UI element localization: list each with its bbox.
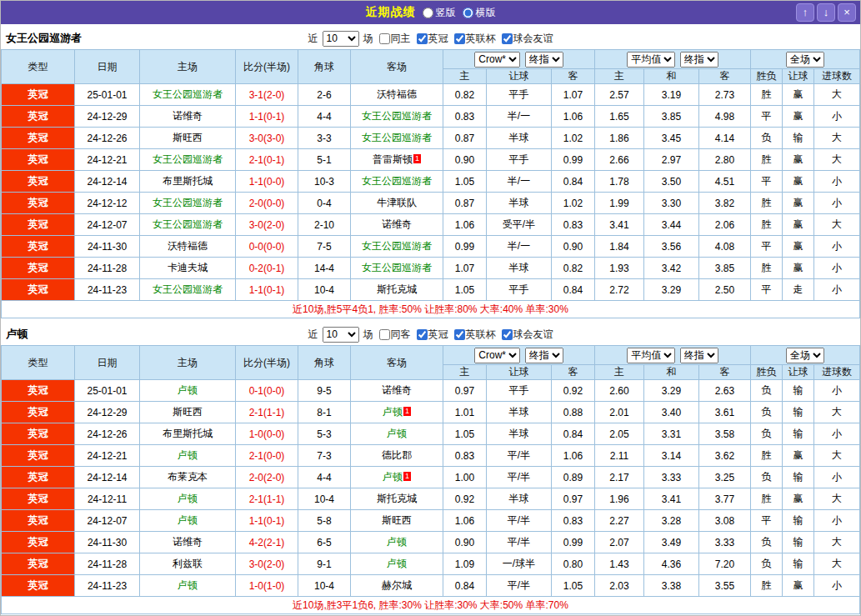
league-type-cell: 英冠: [2, 149, 75, 171]
average-odds-select[interactable]: 平均值: [627, 52, 675, 68]
near-label: 近: [308, 328, 318, 342]
result-cell: 胜: [751, 193, 783, 214]
average-odds-select[interactable]: 平均值: [627, 348, 675, 363]
corner-cell: 5-3: [298, 423, 351, 445]
handicap-line-cell: 半球: [487, 402, 552, 423]
date-cell: 24-12-29: [75, 402, 140, 423]
avg-away-odds-cell: 2.63: [699, 380, 751, 402]
sub-header-handicap-line: 让球: [487, 69, 552, 84]
match-row: 英冠24-12-29斯旺西2-1(1-1)8-1卢顿11.01半球0.882.0…: [2, 402, 860, 423]
move-down-button[interactable]: ↓: [817, 3, 835, 22]
filter-league-championship[interactable]: 英冠: [417, 32, 448, 46]
match-count-select[interactable]: 10: [323, 327, 359, 343]
avg-away-odds-cell: 3.25: [699, 467, 751, 488]
filter-league-championship[interactable]: 英冠: [417, 328, 448, 342]
corner-cell: 8-1: [298, 402, 351, 423]
col-header-home: 主场: [140, 50, 236, 84]
final-odds-select-1[interactable]: 终指: [525, 348, 563, 363]
result-cell: 平: [751, 510, 783, 532]
league-type-cell: 英冠: [2, 532, 75, 553]
home-team-cell: 女王公园巡游者: [140, 279, 236, 301]
sub-header-handicap-home: 主: [443, 69, 487, 84]
away-team-cell: 卢顿1: [351, 467, 443, 488]
layout-option-horizontal[interactable]: 横版: [463, 6, 496, 20]
score-cell: 0-1(0-0): [236, 380, 298, 402]
handicap-result-cell: 赢: [783, 106, 814, 128]
horizontal-layout-radio[interactable]: [463, 8, 473, 18]
handicap-result-cell: 走: [783, 279, 814, 301]
col-header-home: 主场: [140, 346, 236, 380]
same-away-checkbox[interactable]: [379, 329, 390, 340]
filter-club-friendly[interactable]: 球会友谊: [502, 328, 553, 342]
close-button[interactable]: ×: [838, 3, 856, 22]
filter-efl-cup[interactable]: 英联杯: [454, 328, 496, 342]
summary-row: 近10场,胜3平1负6, 胜率:30% 让胜率:30% 大率:50% 单率:70…: [2, 597, 860, 614]
handicap-odds-group-header: Crow* 终指: [443, 346, 595, 365]
league-type-cell: 英冠: [2, 236, 75, 258]
average-odds-group-header: 平均值 终指: [595, 346, 751, 365]
home-team-cell: 女王公园巡游者: [140, 193, 236, 214]
final-odds-select-2[interactable]: 终指: [680, 52, 718, 68]
sub-header-handicap-away: 客: [552, 69, 595, 84]
fulltime-select[interactable]: 全场: [786, 348, 824, 363]
club-friendly-checkbox[interactable]: [502, 329, 513, 340]
efl-cup-checkbox[interactable]: [454, 33, 465, 44]
handicap-result-cell: 输: [783, 532, 814, 553]
avg-home-odds-cell: 1.65: [595, 106, 644, 128]
match-row: 英冠24-11-23卢顿1-0(1-0)10-4赫尔城0.84平/半1.052.…: [2, 575, 860, 597]
date-cell: 24-12-11: [75, 488, 140, 510]
fulltime-select[interactable]: 全场: [786, 52, 824, 68]
col-header-type: 类型: [2, 50, 75, 84]
col-header-date: 日期: [75, 346, 140, 380]
efl-cup-checkbox[interactable]: [454, 329, 465, 340]
handicap-result-cell: 赢: [783, 149, 814, 171]
away-team-cell: 沃特福德: [351, 84, 443, 106]
handicap-away-odds-cell: 0.84: [552, 171, 595, 193]
bookmaker-select[interactable]: Crow*: [474, 348, 520, 363]
league-type-cell: 英冠: [2, 402, 75, 423]
avg-home-odds-cell: 1.99: [595, 193, 644, 214]
handicap-away-odds-cell: 1.02: [552, 193, 595, 214]
handicap-line-cell: 平手: [487, 380, 552, 402]
home-team-cell: 卡迪夫城: [140, 258, 236, 279]
result-cell: 胜: [751, 214, 783, 236]
club-friendly-checkbox[interactable]: [502, 33, 513, 44]
corner-cell: 10-3: [298, 171, 351, 193]
final-odds-select-2[interactable]: 终指: [680, 348, 718, 363]
handicap-away-odds-cell: 0.89: [552, 467, 595, 488]
match-row: 英冠24-11-23女王公园巡游者1-1(0-1)10-4斯托克城1.05平手0…: [2, 279, 860, 301]
handicap-line-cell: 平/半: [487, 510, 552, 532]
goals-result-cell: 大: [814, 488, 860, 510]
avg-away-odds-cell: 7.20: [699, 553, 751, 575]
filter-same-home[interactable]: 同主: [379, 32, 411, 46]
avg-away-odds-cell: 4.14: [699, 128, 751, 149]
filter-club-friendly[interactable]: 球会友谊: [502, 32, 553, 46]
championship-checkbox[interactable]: [417, 329, 428, 340]
avg-draw-odds-cell: 3.30: [644, 193, 699, 214]
corner-cell: 14-4: [298, 258, 351, 279]
avg-away-odds-cell: 3.62: [699, 445, 751, 467]
filter-same-away[interactable]: 同客: [379, 328, 411, 342]
handicap-away-odds-cell: 0.90: [552, 236, 595, 258]
championship-checkbox[interactable]: [417, 33, 428, 44]
handicap-away-odds-cell: 1.07: [552, 84, 595, 106]
move-up-button[interactable]: ↑: [796, 3, 814, 22]
handicap-line-cell: 半/一: [487, 171, 552, 193]
filter-efl-cup[interactable]: 英联杯: [454, 32, 496, 46]
vertical-layout-radio[interactable]: [423, 8, 433, 18]
date-cell: 25-01-01: [75, 380, 140, 402]
home-team-cell: 卢顿: [140, 510, 236, 532]
same-home-checkbox[interactable]: [379, 33, 390, 44]
home-team-cell: 卢顿: [140, 488, 236, 510]
match-count-select[interactable]: 10: [323, 31, 359, 47]
match-row: 英冠25-01-01卢顿0-1(0-0)9-5诺维奇0.97平手0.922.60…: [2, 380, 860, 402]
average-odds-group-header: 平均值 终指: [595, 50, 751, 69]
handicap-home-odds-cell: 1.05: [443, 423, 487, 445]
bookmaker-select[interactable]: Crow*: [474, 52, 520, 68]
final-odds-select-1[interactable]: 终指: [525, 52, 563, 68]
avg-draw-odds-cell: 3.85: [644, 106, 699, 128]
date-cell: 24-11-30: [75, 236, 140, 258]
score-cell: 3-0(2-0): [236, 553, 298, 575]
layout-option-vertical[interactable]: 竖版: [423, 6, 456, 20]
avg-home-odds-cell: 2.05: [595, 423, 644, 445]
